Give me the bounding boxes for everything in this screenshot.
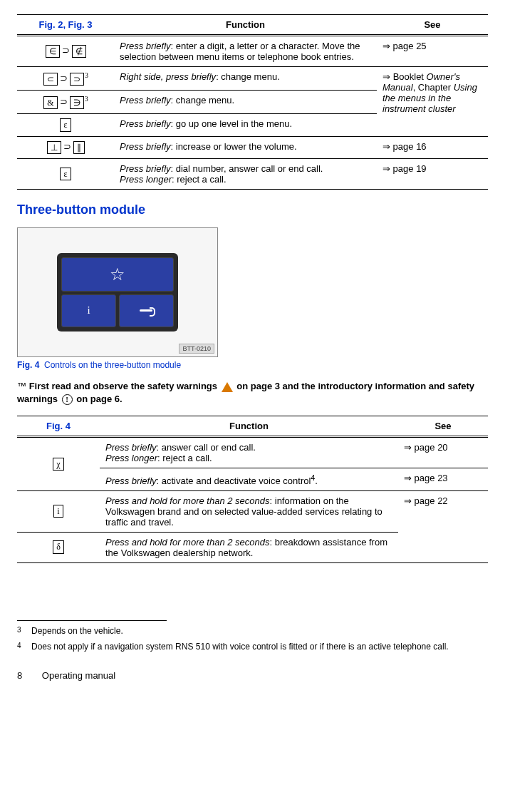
- symbol-cell: ε: [17, 114, 114, 136]
- symbol-cell: i: [17, 490, 100, 532]
- function-cell: Press and hold for more than 2 seconds: …: [100, 490, 398, 532]
- figure-4-label: Fig. 4: [17, 360, 39, 370]
- three-button-module-graphic: ☆ i: [57, 253, 178, 332]
- function-cell: Press briefly: activate and deactivate v…: [100, 468, 398, 490]
- see-cell: ⇒ page 16: [377, 136, 488, 158]
- function-cell: Press briefly: increase or lower the vol…: [114, 136, 377, 158]
- function-table-2: Fig. 4 Function See χPress briefly: answ…: [17, 416, 488, 562]
- figure-tag: BTT-0210: [179, 344, 214, 354]
- function-cell: Press briefly: enter a digit, a letter o…: [114, 36, 377, 67]
- symbol-cell: ⊂⊃⊃3: [17, 67, 114, 91]
- figure-4-caption: Fig. 4 Controls on the three-button modu…: [17, 360, 488, 370]
- see-cell: ⇒ page 22: [398, 490, 488, 562]
- th2-figs: Fig. 4: [17, 416, 100, 437]
- table-row: ∈⊃∉Press briefly: enter a digit, a lette…: [17, 36, 488, 67]
- figure-4-text: Controls on the three-button module: [44, 360, 181, 370]
- see-cell: ⇒ page 25: [377, 36, 488, 67]
- table-row: ⊥⊃∥Press briefly: increase or lower the …: [17, 136, 488, 158]
- symbol-cell: ⊥⊃∥: [17, 136, 114, 158]
- th-see: See: [377, 15, 488, 36]
- function-table-1: Fig. 2, Fig. 3 Function See ∈⊃∉Press bri…: [17, 14, 488, 190]
- info-button-graphic: i: [61, 294, 116, 327]
- manual-title: Operating manual: [42, 670, 115, 681]
- see-cell: ⇒ page 23: [398, 468, 488, 490]
- wrench-button-graphic: [119, 294, 174, 327]
- symbol-cell: &⊃∋3: [17, 91, 114, 114]
- function-cell: Press briefly: go up one level in the me…: [114, 114, 377, 136]
- footnote-text: Does not apply if a navigation system RN…: [31, 641, 449, 653]
- footnote: 4Does not apply if a navigation system R…: [17, 641, 488, 653]
- symbol-cell: ∈⊃∉: [17, 36, 114, 67]
- safety-warning-line: ™ First read and observe the safety warn…: [17, 380, 488, 406]
- page-footer: 8 Operating manual: [17, 670, 488, 681]
- th2-func: Function: [100, 416, 398, 437]
- footnotes-rule: [17, 620, 167, 621]
- function-cell: Press briefly: change menu.: [114, 91, 377, 114]
- function-cell: Press briefly: answer call or end call.P…: [100, 437, 398, 468]
- footnote: 3Depends on the vehicle.: [17, 625, 488, 637]
- figure-4: ☆ i BTT-0210: [17, 227, 218, 357]
- table-row: χPress briefly: answer call or end call.…: [17, 437, 488, 468]
- footnote-text: Depends on the vehicle.: [31, 625, 123, 637]
- symbol-cell: ε: [17, 158, 114, 189]
- th-func: Function: [114, 15, 377, 36]
- table-row: iPress and hold for more than 2 seconds:…: [17, 490, 488, 532]
- table-row: ⊂⊃⊃3Right side, press briefly: change me…: [17, 67, 488, 91]
- footnote-num: 3: [17, 625, 31, 637]
- page-number: 8: [17, 670, 22, 681]
- footnote-num: 4: [17, 641, 31, 653]
- th-figs: Fig. 2, Fig. 3: [17, 15, 114, 36]
- function-cell: Press briefly: dial number, answer call …: [114, 158, 377, 189]
- table-row: εPress briefly: dial number, answer call…: [17, 158, 488, 189]
- see-cell: ⇒ page 20: [398, 437, 488, 468]
- section-title: Three-button module: [17, 202, 488, 217]
- function-cell: Right side, press briefly: change menu.: [114, 67, 377, 91]
- symbol-cell: δ: [17, 532, 100, 562]
- function-cell: Press and hold for more than 2 seconds: …: [100, 532, 398, 562]
- star-button-graphic: ☆: [61, 257, 174, 292]
- th2-see: See: [398, 416, 488, 437]
- see-cell: ⇒ page 19: [377, 158, 488, 189]
- symbol-cell: χ: [17, 437, 100, 490]
- see-cell-booklet: ⇒ Booklet Owner's Manual, Chapter Using …: [377, 67, 488, 137]
